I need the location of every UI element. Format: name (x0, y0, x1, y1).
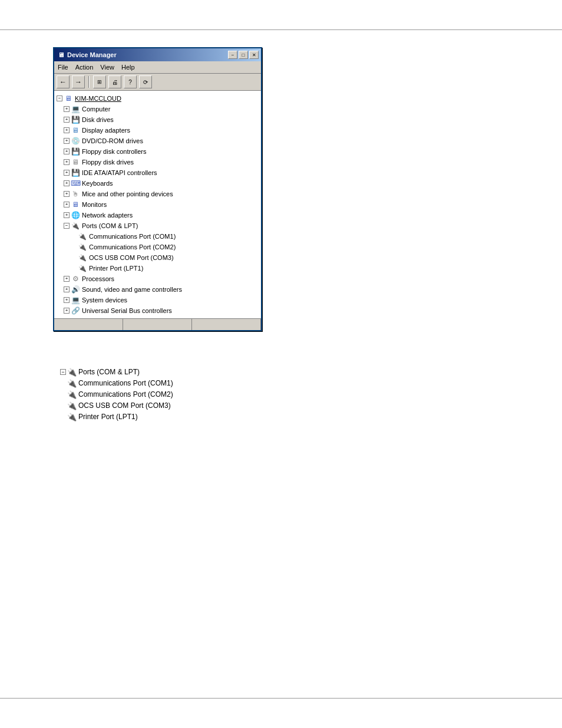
root-expand-btn[interactable]: − (57, 95, 62, 101)
expand-floppy-drives[interactable]: + (64, 159, 70, 165)
expand-system[interactable]: + (64, 297, 70, 303)
ports-com3-item[interactable]: 🔌 OCS USB COM Port (COM3) (59, 400, 538, 411)
menu-help[interactable]: Help (118, 62, 138, 72)
icon-computer: 💻 (71, 104, 80, 114)
scan-button[interactable]: ⟳ (139, 75, 152, 88)
ports-root-item[interactable]: − 🔌 Ports (COM & LPT) (59, 367, 538, 377)
ports-com3-icon: 🔌 (67, 401, 77, 410)
expand-network[interactable]: + (64, 212, 70, 218)
ports-expand-placeholder-com1 (60, 380, 66, 386)
tree-item-disk-drives[interactable]: + 💾 Disk drives (62, 114, 260, 125)
status-panel-3 (192, 319, 261, 330)
label-computer: Computer (82, 106, 110, 113)
expand-keyboards[interactable]: + (64, 180, 70, 186)
status-panel-2 (123, 319, 192, 330)
expand-floppy-ctrl[interactable]: + (64, 149, 70, 154)
label-com1: Communications Port (COM1) (89, 233, 176, 240)
tree-item-network[interactable]: + 🌐 Network adapters (62, 210, 260, 220)
tree-item-keyboards[interactable]: + ⌨ Keyboards (62, 178, 260, 189)
label-com2: Communications Port (COM2) (89, 243, 176, 251)
back-button[interactable]: ← (57, 75, 70, 88)
tree-item-display-adapters[interactable]: + 🖥 Display adapters (62, 125, 260, 136)
status-bar (54, 318, 261, 330)
tree-item-lpt1[interactable]: 🔌 Printer Port (LPT1) (70, 263, 260, 274)
ports-com2-label: Communications Port (COM2) (78, 390, 173, 398)
tree-item-ide[interactable]: + 💾 IDE ATA/ATAPI controllers (62, 167, 260, 178)
icon-system: 💻 (71, 295, 80, 305)
ports-lpt1-item[interactable]: 🔌 Printer Port (LPT1) (59, 411, 538, 422)
menu-view[interactable]: View (97, 62, 118, 72)
forward-button[interactable]: → (72, 75, 85, 88)
ports-expand-placeholder-lpt1 (60, 414, 66, 420)
tree-item-computer[interactable]: + 💻 Computer (62, 104, 260, 114)
title-bar: 🖥 Device Manager − □ ✕ (54, 48, 261, 61)
label-mice: Mice and other pointing devices (82, 190, 173, 197)
tree-item-ports[interactable]: − 🔌 Ports (COM & LPT) (62, 220, 260, 231)
expand-disk-drives[interactable]: + (64, 117, 70, 123)
icon-dvd: 💿 (71, 136, 80, 146)
icon-ports: 🔌 (71, 221, 80, 230)
tree-item-sound[interactable]: + 🔊 Sound, video and game controllers (62, 284, 260, 295)
expand-sound[interactable]: + (64, 286, 70, 292)
ports-com1-item[interactable]: 🔌 Communications Port (COM1) (59, 378, 538, 388)
expand-placeholder-com2 (71, 244, 77, 250)
expand-ports[interactable]: − (64, 223, 70, 229)
maximize-button[interactable]: □ (239, 51, 248, 59)
properties-button[interactable]: ⊞ (93, 75, 106, 88)
label-dvd: DVD/CD-ROM drives (82, 137, 143, 144)
expand-ide[interactable]: + (64, 170, 70, 176)
print-button[interactable]: 🖨 (108, 75, 121, 88)
label-ports: Ports (COM & LPT) (82, 222, 138, 229)
ports-com2-item[interactable]: 🔌 Communications Port (COM2) (59, 389, 538, 400)
tree-item-usb[interactable]: + 🔗 Universal Serial Bus controllers (62, 305, 260, 316)
icon-display-adapters: 🖥 (71, 126, 80, 135)
expand-monitors[interactable]: + (64, 202, 70, 207)
ports-com1-label: Communications Port (COM1) (78, 379, 173, 387)
help-button[interactable]: ? (124, 75, 137, 88)
label-com3: OCS USB COM Port (COM3) (89, 254, 174, 261)
tree-item-processors[interactable]: + ⚙ Processors (62, 274, 260, 284)
minimize-button[interactable]: − (228, 51, 237, 59)
icon-com3: 🔌 (78, 253, 87, 262)
ports-com1-icon: 🔌 (67, 378, 77, 388)
tree-item-com2[interactable]: 🔌 Communications Port (COM2) (70, 242, 260, 252)
close-button[interactable]: ✕ (249, 51, 259, 59)
menu-file[interactable]: File (54, 62, 72, 72)
expand-display-adapters[interactable]: + (64, 127, 70, 133)
ports-lpt1-icon: 🔌 (67, 412, 77, 421)
tree-item-floppy-ctrl[interactable]: + 💾 Floppy disk controllers (62, 146, 260, 157)
tree-item-com3[interactable]: 🔌 OCS USB COM Port (COM3) (70, 252, 260, 263)
tree-item-floppy-drives[interactable]: + 🖥 Floppy disk drives (62, 157, 260, 167)
expand-placeholder-com3 (71, 255, 77, 261)
menu-bar: File Action View Help (54, 61, 261, 74)
toolbar: ← → ⊞ 🖨 ? ⟳ (54, 74, 261, 91)
label-display-adapters: Display adapters (82, 127, 130, 134)
root-item[interactable]: − 🖥 KIM-MCCLOUD (55, 93, 260, 104)
expand-usb[interactable]: + (64, 308, 70, 314)
tree-item-com1[interactable]: 🔌 Communications Port (COM1) (70, 231, 260, 242)
expand-dvd[interactable]: + (64, 138, 70, 144)
top-rule (0, 29, 562, 30)
tree-item-system[interactable]: + 💻 System devices (62, 295, 260, 305)
ports-expand-btn[interactable]: − (60, 369, 66, 375)
root-label: KIM-MCCLOUD (75, 95, 121, 102)
expand-computer[interactable]: + (64, 106, 70, 112)
icon-mice: 🖱 (71, 189, 80, 199)
menu-action[interactable]: Action (72, 62, 97, 72)
tree-item-dvd[interactable]: + 💿 DVD/CD-ROM drives (62, 136, 260, 146)
window-icon: 🖥 (57, 51, 65, 59)
expand-processors[interactable]: + (64, 276, 70, 282)
title-bar-buttons: − □ ✕ (228, 51, 259, 59)
tree-item-mice[interactable]: + 🖱 Mice and other pointing devices (62, 189, 260, 199)
root-icon: 🖥 (64, 94, 73, 103)
expand-mice[interactable]: + (64, 191, 70, 197)
bottom-rule (0, 698, 562, 699)
icon-floppy-drives: 🖥 (71, 157, 80, 167)
icon-com1: 🔌 (78, 232, 87, 241)
icon-floppy-ctrl: 💾 (71, 147, 80, 156)
window-title: Device Manager (67, 51, 117, 58)
label-system: System devices (82, 297, 127, 304)
expand-placeholder-lpt1 (71, 265, 77, 271)
ports-expand-placeholder-com2 (60, 391, 66, 397)
tree-item-monitors[interactable]: + 🖥 Monitors (62, 199, 260, 210)
